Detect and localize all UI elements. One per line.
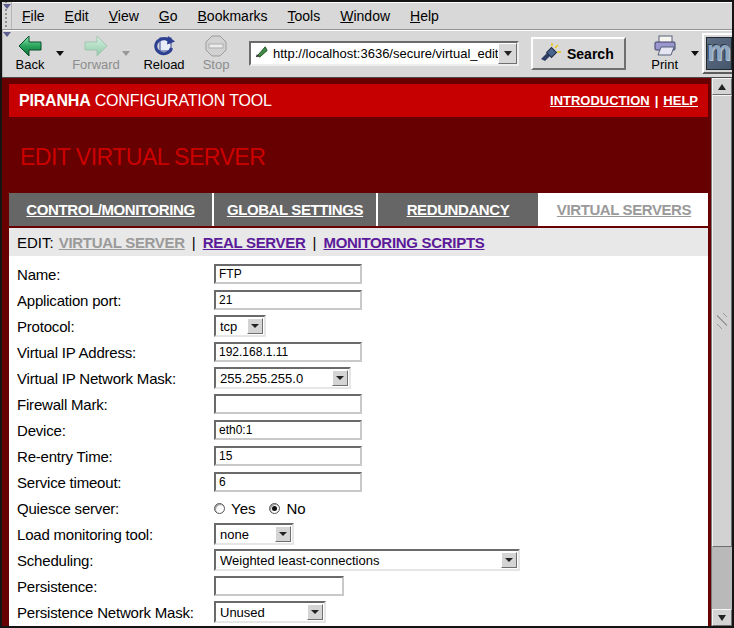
- search-button[interactable]: Search: [531, 37, 626, 70]
- form-row-application-port: Application port:21: [9, 287, 708, 313]
- back-dropdown-icon[interactable]: [56, 51, 64, 56]
- subnav-real-server[interactable]: REAL SERVER: [203, 234, 306, 251]
- subnav-separator: |: [192, 234, 196, 251]
- main-tabs: CONTROL/MONITORINGGLOBAL SETTINGSREDUNDA…: [9, 193, 708, 226]
- application-port-label: Application port:: [17, 292, 214, 309]
- virtual-server-form: Name:FTPApplication port:21Protocol:tcpV…: [9, 256, 708, 626]
- device-input[interactable]: eth0:1: [214, 420, 362, 440]
- forward-label: Forward: [72, 57, 120, 72]
- vertical-scrollbar[interactable]: [711, 78, 732, 626]
- introduction-link[interactable]: INTRODUCTION: [550, 93, 650, 108]
- search-label: Search: [567, 46, 614, 62]
- scheduling-select-arrow-icon[interactable]: [501, 552, 517, 568]
- tab-redundancy[interactable]: REDUNDANCY: [378, 193, 540, 226]
- bookmark-icon[interactable]: [254, 44, 269, 63]
- menu-help[interactable]: Help: [400, 5, 449, 27]
- scroll-down-button[interactable]: [712, 609, 732, 626]
- virtual-ip-network-mask-select[interactable]: 255.255.255.0: [214, 367, 351, 389]
- re-entry-time-input[interactable]: 15: [214, 446, 362, 466]
- menu-bookmarks[interactable]: Bookmarks: [188, 5, 278, 27]
- device-label: Device:: [17, 422, 214, 439]
- toolbar-grippy[interactable]: [2, 30, 3, 77]
- back-button[interactable]: Back: [7, 32, 53, 76]
- forward-button[interactable]: Forward: [73, 32, 119, 76]
- protocol-select-value: tcp: [216, 319, 247, 334]
- menu-go[interactable]: Go: [149, 5, 188, 27]
- quiesce-server-yes-radio[interactable]: [214, 503, 225, 514]
- tab-control-monitoring[interactable]: CONTROL/MONITORING: [9, 193, 214, 226]
- app-title-bold: PIRANHA: [19, 92, 91, 109]
- menu-view[interactable]: View: [99, 5, 149, 27]
- firewall-mark-label: Firewall Mark:: [17, 396, 214, 413]
- scrollbar-thumb[interactable]: [712, 95, 732, 547]
- name-input[interactable]: FTP: [214, 264, 362, 284]
- virtual-ip-address-input[interactable]: 192.168.1.11: [214, 342, 362, 362]
- chevron-down-icon: [311, 610, 319, 614]
- subnav-monitoring-scripts[interactable]: MONITORING SCRIPTS: [323, 234, 484, 251]
- help-link[interactable]: HELP: [663, 93, 698, 108]
- chevron-down-icon: [251, 324, 259, 328]
- protocol-select[interactable]: tcp: [214, 315, 266, 337]
- form-row-re-entry-time: Re-entry Time:15: [9, 443, 708, 469]
- name-label: Name:: [17, 266, 214, 283]
- tab-label-redundancy: REDUNDANCY: [407, 201, 510, 218]
- quiesce-server-no-radio[interactable]: [269, 503, 280, 514]
- print-button[interactable]: Print: [642, 32, 688, 76]
- reload-button[interactable]: Reload: [141, 32, 187, 76]
- chevron-down-icon: [505, 558, 513, 562]
- toolbar-grippy[interactable]: [2, 2, 12, 29]
- form-row-scheduling: Scheduling:Weighted least-connections: [9, 547, 708, 573]
- load-monitoring-tool-select[interactable]: none: [214, 523, 294, 545]
- app-title-rest: CONFIGURATION TOOL: [91, 92, 272, 109]
- form-row-persistence-network-mask: Persistence Network Mask:Unused: [9, 599, 708, 625]
- menu-file[interactable]: File: [12, 5, 55, 27]
- quiesce-server-radio-group: YesNo: [214, 500, 314, 517]
- load-monitoring-tool-select-value: none: [216, 527, 275, 542]
- persistence-input[interactable]: [214, 576, 344, 596]
- print-icon: [652, 35, 678, 57]
- mozilla-logo-button[interactable]: m: [702, 33, 734, 74]
- edit-prefix: EDIT:: [17, 234, 54, 251]
- persistence-network-mask-select-arrow-icon[interactable]: [307, 604, 323, 620]
- form-row-device: Device:eth0:1: [9, 417, 708, 443]
- menu-tools[interactable]: Tools: [278, 5, 331, 27]
- url-history-dropdown[interactable]: [498, 43, 517, 64]
- persistence-network-mask-select[interactable]: Unused: [214, 601, 326, 623]
- url-bar[interactable]: http://localhost:3636/secure/virtual_edi…: [249, 41, 519, 66]
- quiesce-server-label: Quiesce server:: [17, 500, 214, 517]
- forward-dropdown-icon[interactable]: [122, 51, 130, 56]
- subnav-separator: |: [313, 234, 317, 251]
- scroll-up-button[interactable]: [712, 78, 732, 95]
- quiesce-server-no-label: No: [286, 500, 305, 517]
- tab-label-virtual-servers: VIRTUAL SERVERS: [557, 201, 691, 218]
- subnav-virtual-server[interactable]: VIRTUAL SERVER: [59, 234, 185, 251]
- tab-label-global-settings: GLOBAL SETTINGS: [227, 201, 363, 218]
- load-monitoring-tool-select-arrow-icon[interactable]: [275, 526, 291, 542]
- stop-label: Stop: [203, 57, 230, 72]
- scrollbar-track[interactable]: [712, 547, 732, 609]
- menu-window[interactable]: Window: [330, 5, 400, 27]
- firewall-mark-input[interactable]: [214, 394, 362, 414]
- scheduling-select[interactable]: Weighted least-connections: [214, 549, 520, 571]
- print-dropdown-icon[interactable]: [691, 51, 699, 56]
- re-entry-time-label: Re-entry Time:: [17, 448, 214, 465]
- service-timeout-input[interactable]: 6: [214, 472, 362, 492]
- virtual-ip-network-mask-select-arrow-icon[interactable]: [332, 370, 348, 386]
- search-icon: [540, 43, 562, 64]
- protocol-label: Protocol:: [17, 318, 214, 335]
- url-input[interactable]: http://localhost:3636/secure/virtual_edi…: [273, 46, 498, 61]
- virtual-ip-network-mask-select-value: 255.255.255.0: [216, 371, 332, 386]
- tab-virtual-servers[interactable]: VIRTUAL SERVERS: [540, 193, 708, 226]
- stop-button[interactable]: Stop: [193, 32, 239, 76]
- form-row-load-monitoring-tool: Load monitoring tool:none: [9, 521, 708, 547]
- form-row-firewall-mark: Firewall Mark:: [9, 391, 708, 417]
- virtual-ip-network-mask-label: Virtual IP Network Mask:: [17, 370, 214, 387]
- protocol-select-arrow-icon[interactable]: [247, 318, 263, 334]
- persistence-label: Persistence:: [17, 578, 214, 595]
- edit-subnav: EDIT: VIRTUAL SERVER|REAL SERVER|MONITOR…: [9, 228, 708, 256]
- tab-global-settings[interactable]: GLOBAL SETTINGS: [214, 193, 378, 226]
- virtual-ip-address-label: Virtual IP Address:: [17, 344, 214, 361]
- mozilla-logo-letter: m: [707, 38, 731, 65]
- menu-edit[interactable]: Edit: [55, 5, 99, 27]
- application-port-input[interactable]: 21: [214, 290, 362, 310]
